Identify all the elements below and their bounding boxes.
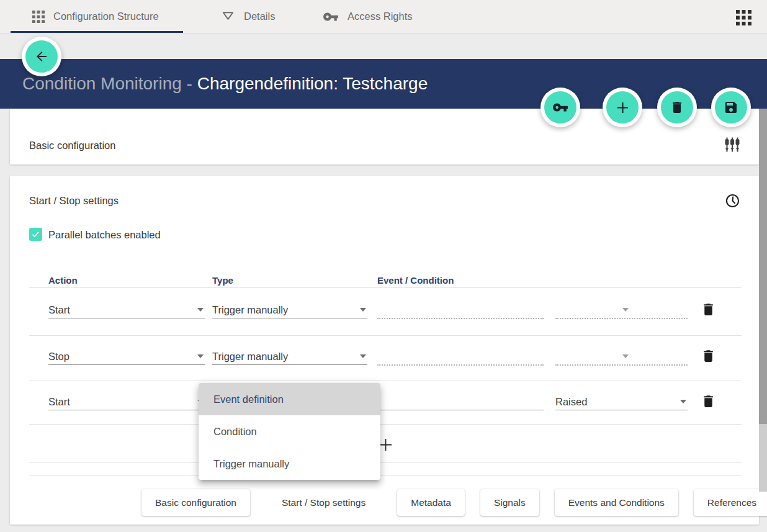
key-icon (552, 99, 568, 115)
scrollbar-thumb[interactable] (759, 109, 767, 424)
event-condition-select-row-1 (377, 302, 544, 319)
state-select-row-1 (555, 302, 688, 319)
sliders-icon (724, 137, 740, 153)
plus-icon (614, 99, 631, 116)
action-select-row-2[interactable]: Stop (48, 348, 205, 365)
apps-menu-button[interactable] (736, 10, 751, 25)
divider (29, 381, 742, 381)
column-header-type: Type (212, 275, 233, 286)
menu-item-trigger-manually[interactable]: Trigger manually (199, 448, 380, 480)
key-icon (323, 9, 339, 25)
nav-signals[interactable]: Signals (480, 489, 539, 516)
tab-configuration-structure[interactable]: Configuration Structure (32, 0, 159, 33)
nav-basic-configuration[interactable]: Basic configuration (141, 489, 250, 516)
event-condition-select-row-2 (377, 348, 544, 366)
parallel-batches-label: Parallel batches enabled (48, 229, 161, 241)
chevron-down-icon (360, 354, 366, 358)
divider (29, 335, 742, 336)
chevron-down-icon (680, 400, 686, 404)
chevron-down-icon (197, 354, 204, 358)
delete-button[interactable] (661, 91, 693, 124)
select-value: Trigger manually (212, 302, 288, 317)
nav-events-and-conditions[interactable]: Events and Conditions (555, 489, 678, 516)
apps-grid-icon (736, 10, 751, 25)
grid-icon (32, 11, 45, 23)
column-header-action: Action (48, 275, 78, 286)
divider (29, 462, 742, 463)
nav-start-stop-settings[interactable]: Start / Stop settings (266, 489, 382, 516)
delete-row-button[interactable] (699, 346, 717, 365)
trash-icon (701, 302, 716, 317)
divider (29, 424, 742, 425)
event-condition-select-row-3[interactable] (377, 394, 544, 410)
select-value: Start (48, 394, 70, 409)
type-select-row-1[interactable]: Trigger manually (212, 302, 367, 318)
select-value: Raised (555, 394, 587, 409)
key-button[interactable] (544, 91, 576, 124)
action-select-row-1[interactable]: Start (48, 302, 205, 318)
save-button[interactable] (715, 91, 747, 124)
delete-button-halo (657, 88, 697, 127)
page-title: Condition Monitoring - Chargendefinition… (22, 59, 428, 109)
delete-row-button[interactable] (699, 300, 717, 318)
action-select-row-3[interactable]: Start (48, 394, 205, 410)
column-header-event-condition: Event / Condition (377, 275, 454, 286)
start-stop-settings-card: Start / Stop settings Parallel batches e… (10, 176, 759, 525)
tab-access-rights[interactable]: Access Rights (323, 0, 413, 33)
chevron-down-icon (622, 308, 629, 312)
basic-configuration-card: Basic configuration (10, 109, 759, 165)
menu-item-condition[interactable]: Condition (199, 415, 380, 448)
select-value: Start (48, 302, 70, 317)
add-button-halo (603, 88, 642, 127)
tab-label: Details (244, 11, 275, 22)
chevron-down-icon (197, 308, 204, 312)
trash-icon (670, 100, 684, 115)
chevron-down-icon (360, 308, 366, 312)
state-select-row-3[interactable]: Raised (555, 394, 688, 410)
clock-icon (724, 192, 741, 209)
type-select-row-2[interactable]: Trigger manually (212, 348, 367, 365)
save-icon (724, 100, 738, 115)
delete-row-button[interactable] (699, 392, 717, 410)
clock-button[interactable] (724, 192, 741, 209)
page-title-main: Chargendefinition: Testcharge (197, 74, 428, 94)
select-value: Trigger manually (212, 349, 288, 364)
menu-item-event-definition[interactable]: Event definition (199, 383, 380, 415)
start-stop-settings-title: Start / Stop settings (29, 195, 119, 207)
state-select-row-2 (555, 348, 688, 366)
checkmark-icon (31, 230, 40, 239)
bottom-nav: Basic configuration Start / Stop setting… (141, 489, 767, 516)
key-button-halo (540, 88, 580, 127)
page-title-prefix: Condition Monitoring - (22, 74, 197, 94)
nav-metadata[interactable]: Metadata (397, 489, 465, 516)
app-screen: Configuration Structure Details Access R… (0, 0, 767, 532)
back-button[interactable] (25, 40, 58, 73)
funnel-icon (221, 9, 235, 24)
arrow-left-icon (34, 49, 49, 64)
tab-details[interactable]: Details (221, 0, 275, 33)
sliders-button[interactable] (724, 136, 741, 153)
nav-references[interactable]: References (694, 489, 767, 516)
page-header: Condition Monitoring - Chargendefinition… (0, 59, 767, 109)
tab-label: Access Rights (348, 11, 413, 22)
top-tab-bar: Configuration Structure Details Access R… (0, 0, 767, 34)
type-dropdown-menu: Event definition Condition Trigger manua… (199, 383, 380, 480)
tab-label: Configuration Structure (53, 11, 159, 22)
select-value: Stop (48, 349, 70, 364)
divider (29, 287, 742, 288)
save-button-halo (711, 88, 751, 127)
parallel-batches-checkbox[interactable] (29, 228, 42, 241)
trash-icon (701, 394, 716, 409)
back-button-halo (22, 37, 61, 76)
chevron-down-icon (622, 354, 629, 358)
trash-icon (701, 348, 716, 364)
active-tab-underline (11, 31, 183, 33)
basic-configuration-title: Basic configuration (29, 140, 115, 151)
divider (29, 476, 742, 476)
add-button[interactable] (606, 91, 639, 124)
